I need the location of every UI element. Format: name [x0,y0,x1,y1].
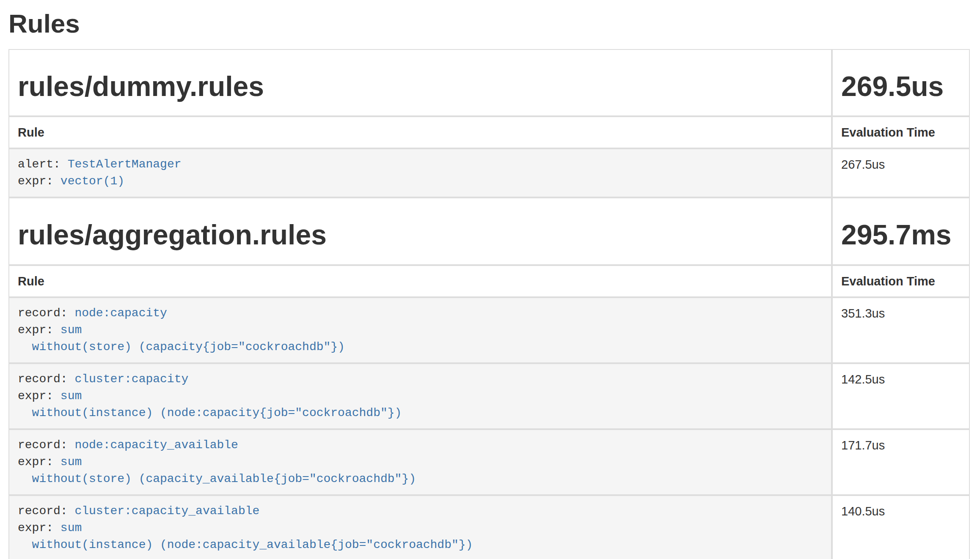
rule-column-header: Rule [9,266,831,296]
rule-code: record: cluster:capacityexpr: sum withou… [18,371,823,422]
rule-group-time-cell: 295.7ms [833,198,969,264]
rule-code-line: without(instance) (node:capacity{job="co… [18,405,823,422]
rule-keyword: expr: [18,323,53,337]
rule-definition-cell: alert: TestAlertManagerexpr: vector(1) [9,149,831,197]
rule-code: record: node:capacityexpr: sum without(s… [18,305,823,356]
rule-expression-link[interactable]: sum [61,323,82,337]
rule-definition-cell: record: node:capacity_availableexpr: sum… [9,430,831,494]
rule-keyword: expr: [18,389,53,403]
rule-definition-cell: record: node:capacityexpr: sum without(s… [9,298,831,362]
rule-group-file-cell: rules/aggregation.rules [9,198,831,264]
rule-expression-link[interactable]: node:capacity [74,307,167,320]
rule-definition-cell: record: cluster:capacity_availableexpr: … [9,496,831,559]
rule-code-line: expr: sum [18,322,823,339]
rule-expression-link[interactable]: TestAlertManager [68,158,182,171]
rule-evaluation-time: 267.5us [833,149,969,197]
rule-group-file: rules/dummy.rules [18,72,823,101]
rule-expression-link[interactable]: node:capacity_available [74,438,238,452]
rule-groups-container: rules/dummy.rules 269.5us Rule Evaluatio… [8,49,970,559]
rule-keyword: record: [18,438,68,452]
rule-expression-link[interactable]: without(instance) (node:capacity{job="co… [18,406,402,419]
rule-group-file-cell: rules/dummy.rules [9,50,831,115]
rule-code: alert: TestAlertManagerexpr: vector(1) [18,156,823,190]
rule-expression-link[interactable]: without(instance) (node:capacity_availab… [18,538,473,551]
rule-group-time-cell: 269.5us [833,50,969,115]
rule-expression-link[interactable]: sum [61,389,82,403]
page-title: Rules [8,9,970,38]
rule-expression-link[interactable]: without(store) (capacity{job="cockroachd… [18,340,345,353]
rule-code: record: cluster:capacity_availableexpr: … [18,503,823,554]
rule-keyword: record: [18,504,68,518]
rule-evaluation-time: 140.5us [833,496,969,559]
rule-expression-link[interactable]: without(store) (capacity_available{job="… [18,472,416,485]
rule-code: record: node:capacity_availableexpr: sum… [18,437,823,488]
rule-code-line: expr: sum [18,454,823,471]
rule-column-header: Rule [9,117,831,148]
rule-code-line: without(store) (capacity_available{job="… [18,471,823,488]
rule-expression-link[interactable]: cluster:capacity [74,373,188,386]
rule-group-table: rules/dummy.rules 269.5us Rule Evaluatio… [8,49,970,197]
rule-code-line: record: node:capacity [18,305,823,322]
rule-expression-link[interactable]: sum [61,455,82,469]
rule-definition-cell: record: cluster:capacityexpr: sum withou… [9,364,831,428]
rule-expression-link[interactable]: vector(1) [61,175,124,188]
rule-code-line: expr: vector(1) [18,173,823,190]
rule-code-line: without(instance) (node:capacity_availab… [18,537,823,554]
rule-group-file: rules/aggregation.rules [18,220,823,249]
rule-keyword: expr: [18,455,53,469]
rule-keyword: expr: [18,521,53,534]
rule-code-line: expr: sum [18,388,823,405]
rule-expression-link[interactable]: cluster:capacity_available [74,504,259,518]
rule-keyword: expr: [18,175,53,188]
rule-evaluation-time: 351.3us [833,298,969,362]
rule-code-line: record: cluster:capacity [18,371,823,388]
evaluation-time-column-header: Evaluation Time [833,117,969,148]
rule-code-line: without(store) (capacity{job="cockroachd… [18,339,823,356]
rule-evaluation-time: 142.5us [833,364,969,428]
evaluation-time-column-header: Evaluation Time [833,266,969,296]
rule-code-line: record: node:capacity_available [18,437,823,454]
rule-keyword: alert: [18,158,61,171]
rule-keyword: record: [18,307,68,320]
rule-code-line: record: cluster:capacity_available [18,503,823,520]
rule-expression-link[interactable]: sum [61,521,82,534]
rules-page: Rules rules/dummy.rules 269.5us Rule Eva… [0,0,980,559]
rule-code-line: expr: sum [18,520,823,537]
rule-keyword: record: [18,373,68,386]
rule-group-table: rules/aggregation.rules 295.7ms Rule Eva… [8,197,970,559]
rule-evaluation-time: 171.7us [833,430,969,494]
rule-group-evaluation-time: 295.7ms [841,220,961,249]
rule-group-evaluation-time: 269.5us [841,72,961,101]
rule-code-line: alert: TestAlertManager [18,156,823,173]
